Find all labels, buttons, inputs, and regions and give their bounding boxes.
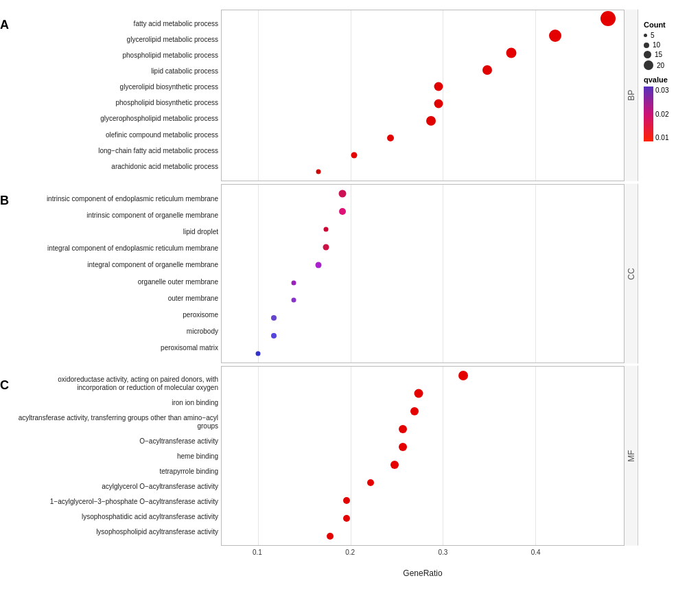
qval-bot: 0.01 (655, 134, 668, 141)
mf-y-axis: oxidoreductase activity, acting on paire… (15, 366, 221, 546)
mf-dot-4 (399, 425, 407, 433)
mf-term-6: tetrapyrrole binding (159, 468, 218, 476)
bp-term-4: lipid catabolic process (151, 67, 218, 76)
cc-dot-7 (292, 298, 296, 303)
legend-label-10: 10 (653, 41, 660, 49)
cc-dot-5 (315, 262, 321, 268)
bp-dot-9 (351, 152, 358, 158)
cc-term-3: lipid droplet (183, 228, 218, 236)
bp-term-7: glycerophospholipid metabolic process (100, 115, 218, 123)
mf-dot-9 (343, 515, 350, 522)
cc-side-label: CC (625, 184, 638, 364)
legend-dot-20 (644, 60, 653, 70)
qval-top: 0.03 (655, 87, 668, 94)
bp-term-2: glycerolipid metabolic process (127, 36, 218, 44)
cc-term-6: organelle outer membrane (138, 278, 218, 286)
bp-dot-10 (316, 170, 320, 174)
cc-term-9: microbody (187, 327, 218, 336)
panel-letter-b: B (0, 194, 9, 208)
bp-term-9: long−chain fatty acid metabolic process (98, 147, 218, 155)
panel-letter-c: C (0, 378, 9, 393)
bp-dot-3 (506, 47, 516, 58)
bp-term-1: fatty acid metabolic process (134, 20, 218, 28)
cc-term-10: peroxisomal matrix (161, 344, 218, 352)
bp-plot (221, 10, 625, 181)
bp-term-10: arachidonic acid metabolic process (111, 163, 218, 171)
legend-label-5: 5 (651, 32, 655, 39)
cc-dot-2 (339, 208, 346, 215)
grid-line-cc-3 (443, 185, 443, 363)
cc-dot-4 (323, 244, 329, 250)
mf-term-8: 1−acylglycerol−3−phosphate O−acyltransfe… (50, 498, 218, 506)
mf-term-3: acyltransferase activity, transferring g… (15, 414, 218, 430)
legend-dot-15 (644, 51, 651, 58)
x-tick-02: 0.2 (345, 549, 355, 556)
legend-qval-labels: 0.03 0.02 0.01 (655, 87, 668, 141)
x-tick-03: 0.3 (438, 549, 447, 556)
grid-line-cc-4 (535, 185, 536, 363)
x-ticks: 0.1 0.2 0.3 0.4 (221, 547, 625, 566)
mf-dot-10 (327, 533, 334, 540)
x-axis-title: GeneRatio (403, 568, 442, 578)
grid-line-mf-3 (443, 367, 443, 545)
legend-dot-5 (644, 34, 647, 37)
cc-term-4: integral component of endoplasmic reticu… (47, 244, 218, 253)
qval-mid: 0.02 (655, 111, 668, 118)
bp-dot-1 (600, 11, 616, 26)
cc-dot-8 (271, 315, 277, 321)
mf-term-2: iron ion binding (172, 399, 218, 407)
grid-line-mf-2 (351, 367, 351, 545)
x-axis-title-row: GeneRatio (15, 566, 638, 577)
bp-y-axis: fatty acid metabolic process glycerolipi… (15, 10, 221, 181)
mf-term-7: acylglycerol O−acyltransferase activity (102, 483, 218, 491)
cc-term-1: intrinsic component of endoplasmic retic… (47, 195, 218, 203)
cc-term-8: peroxisome (183, 311, 218, 319)
mf-term-9: lysophosphatidic acid acyltransferase ac… (82, 513, 218, 521)
bp-term-8: olefinic compound metabolic process (106, 131, 218, 139)
panel-mf: oxidoreductase activity, acting on paire… (15, 366, 638, 546)
mf-dot-8 (343, 497, 350, 504)
bp-term-3: phospholipid metabolic process (122, 51, 218, 60)
grid-line-cc-2 (351, 185, 351, 363)
mf-dot-2 (415, 389, 423, 398)
grid-line-mf-4 (535, 367, 536, 545)
grid-line-1 (258, 10, 259, 181)
cc-term-5: integral component of organelle membrane (87, 261, 218, 269)
cc-term-2: intrinsic component of organelle membran… (86, 211, 218, 220)
legend-label-15: 15 (655, 51, 662, 58)
legend-count-title: Count (644, 21, 666, 29)
grid-line-4 (535, 10, 536, 181)
mf-term-1: oxidoreductase activity, acting on paire… (19, 376, 218, 392)
mf-dot-5 (399, 443, 407, 451)
legend-qval-title: qvalue (644, 76, 668, 84)
panel-cc: intrinsic component of endoplasmic retic… (15, 184, 638, 364)
cc-dot-1 (338, 189, 346, 197)
x-tick-04: 0.4 (531, 549, 541, 556)
legend-color-scale: 0.03 0.02 0.01 (644, 87, 668, 141)
bp-side-label: BP (625, 10, 638, 181)
grid-line-3 (443, 10, 443, 181)
mf-term-4: O−acyltransferase activity (139, 437, 218, 446)
grid-line-cc-1 (258, 185, 259, 363)
bp-dot-4 (482, 65, 492, 75)
mf-side-label: MF (625, 366, 638, 546)
mf-plot (221, 366, 625, 546)
bp-term-5: glycerolipid biosynthetic process (120, 83, 218, 91)
legend-color-bar (644, 87, 653, 141)
panel-bp: fatty acid metabolic process glycerolipi… (15, 10, 638, 181)
main-container: A B C fatty acid metabolic process glyce… (0, 0, 700, 598)
mf-term-5: heme binding (177, 452, 218, 461)
cc-y-axis: intrinsic component of endoplasmic retic… (15, 184, 221, 364)
legend: Count 5 10 15 20 qvalue 0.03 0.02 0.01 (638, 7, 700, 577)
bp-dot-8 (387, 135, 394, 141)
mf-dot-1 (458, 371, 468, 380)
grid-line-mf-1 (258, 367, 259, 545)
legend-count-5: 5 (644, 32, 655, 39)
bp-dot-2 (549, 30, 561, 42)
bp-term-6: phospholipid biosynthetic process (115, 99, 218, 107)
bp-dot-5 (434, 82, 443, 91)
mf-dot-6 (390, 461, 399, 469)
cc-dot-10 (255, 352, 260, 356)
mf-dot-7 (367, 479, 374, 486)
panel-letter-a: A (0, 18, 9, 32)
